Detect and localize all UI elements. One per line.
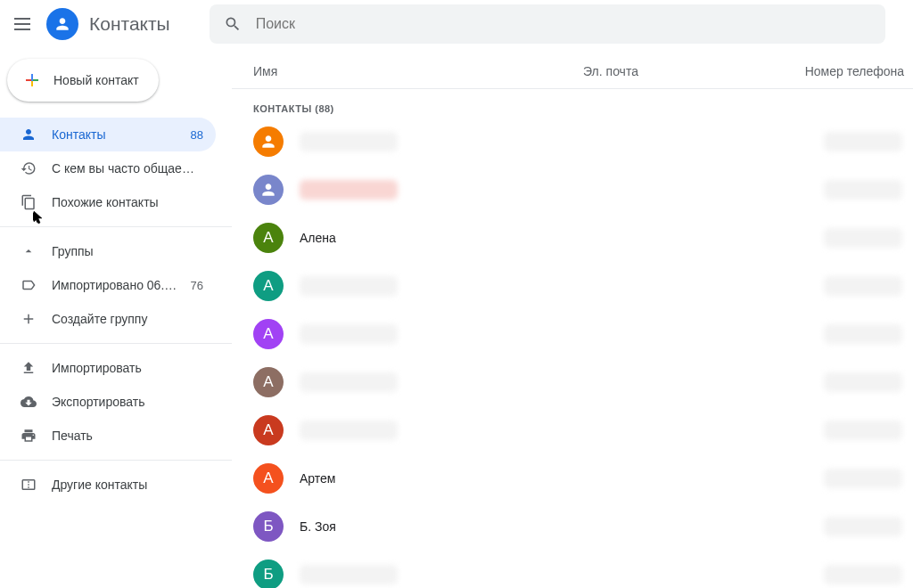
contact-row[interactable]: Б (232, 551, 913, 588)
avatar: А (253, 367, 284, 397)
contact-row[interactable]: А (232, 406, 913, 454)
contact-phone (804, 565, 913, 584)
contact-phone (804, 517, 913, 536)
contact-name: Алена (300, 231, 603, 245)
contact-name (300, 276, 603, 296)
contact-row[interactable]: ББ. Зоя (232, 502, 913, 551)
contact-phone (804, 421, 913, 440)
contact-phone (804, 228, 913, 248)
column-name: Имя (232, 64, 583, 78)
contact-row[interactable]: А (232, 262, 913, 310)
sidebar-item-frequent[interactable]: С кем вы часто общае… (0, 151, 216, 185)
avatar: Б (253, 559, 284, 588)
sidebar-item-label: Похожие контакты (52, 195, 203, 209)
avatar: А (253, 463, 284, 494)
contact-phone (804, 180, 913, 200)
sidebar-item-label: Группы (52, 244, 203, 258)
new-contact-label: Новый контакт (53, 73, 139, 87)
hamburger-menu-icon[interactable] (14, 13, 36, 35)
search-icon (224, 15, 242, 33)
avatar (253, 175, 284, 205)
contact-row[interactable] (232, 166, 913, 214)
sidebar-item-label: Импортировано 06.… (52, 278, 191, 292)
person-icon (20, 126, 37, 143)
sidebar-item-label: С кем вы часто общае… (52, 161, 203, 176)
sidebar-item-label: Импортировать (52, 361, 203, 375)
sidebar-item-label: Контакты (52, 127, 191, 142)
contact-name (300, 132, 603, 151)
divider (0, 460, 232, 461)
column-phone: Номер телефона (785, 64, 913, 78)
cloud-download-icon (20, 393, 37, 411)
sidebar-item-similar[interactable]: Похожие контакты (0, 185, 216, 219)
divider (0, 226, 232, 227)
avatar (253, 127, 284, 157)
chevron-up-icon (20, 242, 37, 260)
contact-row[interactable]: ААлена (232, 214, 913, 262)
sidebar-other-contacts[interactable]: Другие контакты (0, 468, 216, 502)
column-headers: Имя Эл. почта Номер телефона (232, 53, 913, 89)
contact-name (300, 421, 603, 440)
contact-row[interactable]: ААртем (232, 454, 913, 502)
sidebar-item-count: 88 (191, 128, 203, 142)
sidebar-item-contacts[interactable]: Контакты 88 (0, 118, 216, 151)
contact-phone (804, 324, 913, 344)
contact-name (300, 372, 603, 392)
contact-name (300, 565, 603, 584)
plus-multicolor-icon (21, 69, 43, 91)
sidebar-item-label: Экспортировать (52, 395, 203, 409)
sidebar-groups-header[interactable]: Группы (0, 234, 216, 268)
sidebar-item-label: Печать (52, 429, 203, 443)
archive-icon (20, 476, 37, 494)
copy-icon (20, 193, 37, 211)
contact-row[interactable] (232, 118, 913, 166)
upload-icon (20, 359, 37, 377)
sidebar: Новый контакт Контакты 88 С кем вы часто… (0, 48, 232, 588)
plus-icon (20, 310, 37, 328)
section-title: КОНТАКТЫ (88) (232, 89, 913, 118)
sidebar-import[interactable]: Импортировать (0, 351, 216, 385)
history-icon (20, 159, 37, 177)
app-logo-icon (46, 8, 78, 40)
sidebar-export[interactable]: Экспортировать (0, 385, 216, 419)
contact-row[interactable]: А (232, 358, 913, 406)
contact-phone (804, 469, 913, 488)
sidebar-item-label: Другие контакты (52, 478, 203, 492)
contact-name (300, 180, 603, 200)
contact-name: Б. Зоя (300, 519, 603, 534)
app-title: Контакты (89, 13, 170, 35)
divider (0, 343, 232, 344)
search-bar[interactable] (210, 4, 885, 44)
sidebar-item-count: 76 (191, 279, 203, 292)
contact-phone (804, 132, 913, 151)
column-email: Эл. почта (583, 64, 785, 78)
avatar: А (253, 415, 284, 445)
avatar: А (253, 319, 284, 349)
contact-row[interactable]: А (232, 310, 913, 358)
main-content: Имя Эл. почта Номер телефона КОНТАКТЫ (8… (232, 48, 913, 588)
contact-name: Артем (300, 471, 603, 486)
sidebar-group-imported[interactable]: Импортировано 06.… 76 (0, 268, 216, 302)
sidebar-item-label: Создайте группу (52, 312, 203, 326)
sidebar-create-group[interactable]: Создайте группу (0, 302, 216, 336)
sidebar-print[interactable]: Печать (0, 419, 216, 453)
print-icon (20, 427, 37, 445)
contact-phone (804, 276, 913, 296)
avatar: Б (253, 511, 284, 542)
contact-phone (804, 372, 913, 392)
contact-name (300, 324, 603, 344)
new-contact-button[interactable]: Новый контакт (7, 59, 159, 102)
avatar: А (253, 223, 284, 253)
avatar: А (253, 271, 284, 301)
search-input[interactable] (256, 16, 871, 32)
label-icon (20, 276, 37, 294)
